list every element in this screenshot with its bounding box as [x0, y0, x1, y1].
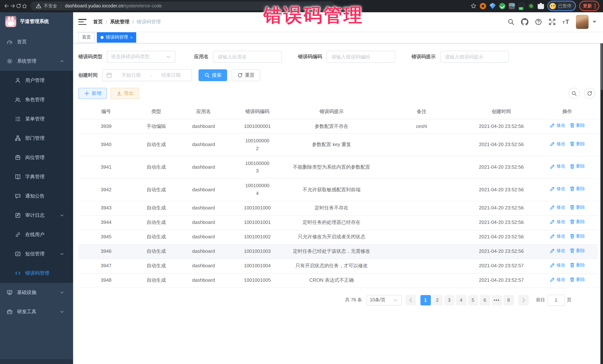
sidebar-item-13[interactable]: 基础设施: [0, 283, 73, 302]
delete-link[interactable]: 删除: [569, 204, 585, 211]
avatar-caret-down-icon[interactable]: [593, 21, 596, 23]
edit-link[interactable]: 修改: [549, 163, 565, 170]
chevron-down-icon: [60, 252, 64, 256]
breadcrumb-system[interactable]: 系统管理: [110, 19, 129, 25]
more-pages-button[interactable]: •••: [491, 295, 502, 305]
page-button-4[interactable]: 4: [456, 295, 466, 305]
error-tip-field[interactable]: [440, 51, 509, 63]
delete-link[interactable]: 删除: [569, 218, 585, 225]
delete-link[interactable]: 删除: [569, 247, 585, 254]
extension-icon[interactable]: [509, 3, 515, 9]
page-button-5[interactable]: 5: [468, 295, 478, 305]
date-range-picker[interactable]: 开始日期 - 结束日期: [102, 69, 192, 81]
show-search-button[interactable]: [568, 88, 580, 99]
delete-link[interactable]: 删除: [569, 276, 585, 283]
browser-home-icon[interactable]: [22, 3, 27, 9]
extension-icon[interactable]: [489, 3, 496, 9]
page-button-8[interactable]: 8: [503, 295, 514, 305]
page-button-3[interactable]: 3: [444, 295, 454, 305]
page-size-select[interactable]: 10条/页: [366, 295, 402, 305]
error-type-select[interactable]: 请选择错误码类型: [107, 51, 175, 63]
sidebar-item-5[interactable]: 部门管理: [0, 129, 73, 148]
user-avatar[interactable]: [576, 15, 589, 29]
export-button[interactable]: 导出: [111, 88, 139, 99]
cell: 定时任务不存在: [286, 201, 377, 216]
app-name-input[interactable]: [217, 54, 278, 60]
help-icon[interactable]: [535, 18, 542, 26]
delete-link[interactable]: 删除: [569, 140, 585, 147]
sidebar-item-11[interactable]: 短信管理: [0, 244, 73, 264]
sidebar-item-7[interactable]: 字典管理: [0, 167, 73, 187]
browser-profile-chip[interactable]: 已暂停: [547, 1, 576, 11]
breadcrumb-home[interactable]: 首页: [93, 19, 103, 25]
trash-icon: [569, 248, 575, 254]
header-search-icon[interactable]: [507, 18, 515, 26]
extension-icon[interactable]: [528, 3, 534, 9]
edit-link[interactable]: 修改: [549, 204, 565, 211]
next-page-button[interactable]: [518, 295, 529, 305]
sidebar-item-10[interactable]: 在线用户: [0, 225, 73, 244]
sidebar-item-2[interactable]: 用户管理: [0, 71, 73, 90]
page-button-1[interactable]: 1: [420, 295, 431, 305]
edit-link[interactable]: 修改: [549, 140, 565, 147]
tag-home[interactable]: 首页: [78, 32, 95, 43]
bookmark-star-icon[interactable]: [471, 3, 476, 9]
edit-link[interactable]: 修改: [549, 276, 565, 283]
delete-link[interactable]: 删除: [569, 232, 585, 240]
github-icon[interactable]: [521, 18, 528, 26]
reset-button[interactable]: 重置: [232, 69, 260, 81]
prev-page-button[interactable]: [406, 295, 416, 305]
sidebar-item-0[interactable]: 首页: [0, 32, 73, 52]
cell: 参数配置 key 重复: [286, 134, 377, 156]
range-separator: -: [150, 72, 152, 78]
sidebar-item-4[interactable]: 菜单管理: [0, 109, 73, 129]
font-size-icon[interactable]: TT: [562, 18, 570, 26]
cell: 2021-04-20 23:52:56: [466, 119, 537, 134]
sidebar-item-12[interactable]: 错误码管理: [0, 264, 73, 283]
search-button[interactable]: 搜索: [198, 69, 227, 81]
delete-link[interactable]: 删除: [569, 122, 585, 129]
tag-error-code-active[interactable]: 错误码管理 ×: [97, 32, 136, 43]
browser-menu-icon[interactable]: [594, 3, 596, 8]
page-button-6[interactable]: 6: [480, 295, 490, 305]
browser-back-icon[interactable]: [4, 3, 10, 9]
extension-icon[interactable]: [518, 3, 525, 9]
app-logo[interactable]: 芋道管理系统: [0, 12, 73, 31]
error-code-input[interactable]: [331, 54, 391, 60]
error-code-field[interactable]: [326, 51, 395, 63]
sidebar-item-9[interactable]: 审计日志: [0, 206, 73, 225]
extensions-puzzle-icon[interactable]: [538, 3, 544, 9]
tag-close-icon[interactable]: ×: [130, 35, 133, 39]
cell: 自动生成: [134, 201, 178, 216]
edit-link[interactable]: 修改: [549, 218, 565, 225]
hamburger-icon[interactable]: [78, 19, 86, 25]
sidebar-item-3[interactable]: 角色管理: [0, 90, 73, 109]
browser-update-button[interactable]: 更新: [579, 1, 599, 11]
extension-icon[interactable]: [480, 3, 486, 9]
edit-link[interactable]: 修改: [549, 185, 565, 192]
delete-link[interactable]: 删除: [569, 185, 585, 192]
delete-link[interactable]: 删除: [569, 163, 585, 170]
browser-reload-icon[interactable]: [16, 3, 22, 9]
add-button[interactable]: 新增: [78, 88, 107, 99]
extension-icon[interactable]: [499, 3, 505, 9]
edit-link[interactable]: 修改: [549, 262, 565, 269]
sidebar-item-6[interactable]: 岗位管理: [0, 148, 73, 167]
edit-link-label: 修改: [557, 232, 565, 240]
error-code-icon: [15, 270, 21, 276]
edit-link[interactable]: 修改: [549, 247, 565, 254]
browser-forward-icon[interactable]: [10, 3, 16, 9]
app-name-field[interactable]: [213, 51, 282, 63]
edit-link[interactable]: 修改: [549, 122, 565, 129]
refresh-table-button[interactable]: [584, 88, 595, 99]
error-tip-input[interactable]: [444, 54, 505, 60]
sidebar-item-8[interactable]: 通知公告: [0, 187, 73, 206]
page-button-2[interactable]: 2: [432, 295, 442, 305]
edit-link[interactable]: 修改: [549, 232, 565, 240]
browser-scrollbar[interactable]: [600, 12, 603, 364]
delete-link[interactable]: 删除: [569, 262, 585, 269]
sidebar-item-14[interactable]: 研发工具: [0, 302, 73, 321]
sidebar-item-1[interactable]: 系统管理: [0, 52, 73, 71]
goto-page-input[interactable]: [547, 295, 565, 306]
fullscreen-icon[interactable]: [548, 18, 556, 26]
